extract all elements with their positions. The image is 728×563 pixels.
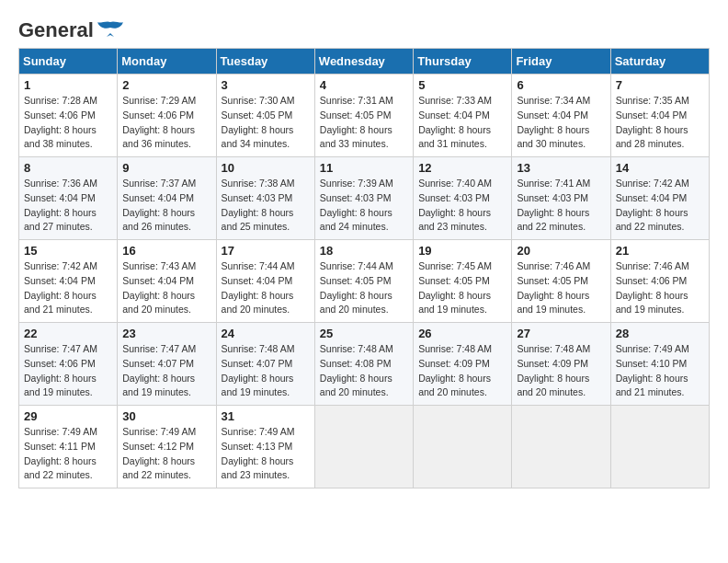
day-number: 12 (418, 161, 506, 175)
logo: General (18, 18, 123, 39)
calendar-cell: 11 Sunrise: 7:39 AM Sunset: 4:03 PM Dayl… (314, 157, 413, 240)
calendar-cell: 16 Sunrise: 7:43 AM Sunset: 4:04 PM Dayl… (118, 240, 216, 323)
calendar-cell: 27 Sunrise: 7:48 AM Sunset: 4:09 PM Dayl… (512, 323, 610, 406)
day-info: Sunrise: 7:37 AM Sunset: 4:04 PM Dayligh… (122, 178, 196, 232)
calendar-cell: 10 Sunrise: 7:38 AM Sunset: 4:03 PM Dayl… (216, 157, 314, 240)
logo-general: General (18, 18, 94, 42)
weekday-header-saturday: Saturday (610, 49, 709, 75)
day-info: Sunrise: 7:48 AM Sunset: 4:08 PM Dayligh… (320, 343, 393, 397)
calendar-cell: 19 Sunrise: 7:45 AM Sunset: 4:05 PM Dayl… (414, 240, 512, 323)
day-info: Sunrise: 7:40 AM Sunset: 4:03 PM Dayligh… (418, 178, 492, 232)
calendar-cell: 12 Sunrise: 7:40 AM Sunset: 4:03 PM Dayl… (414, 157, 512, 240)
day-number: 3 (222, 78, 310, 92)
calendar-cell: 6 Sunrise: 7:34 AM Sunset: 4:04 PM Dayli… (512, 75, 610, 157)
day-number: 21 (616, 244, 704, 258)
day-info: Sunrise: 7:30 AM Sunset: 4:05 PM Dayligh… (222, 95, 295, 149)
day-number: 18 (320, 244, 408, 258)
weekday-header-sunday: Sunday (19, 49, 118, 75)
day-number: 11 (320, 161, 408, 175)
day-info: Sunrise: 7:43 AM Sunset: 4:04 PM Dayligh… (122, 260, 196, 315)
day-number: 22 (24, 327, 112, 340)
calendar-cell: 13 Sunrise: 7:41 AM Sunset: 4:03 PM Dayl… (512, 157, 610, 240)
day-number: 19 (418, 244, 506, 258)
day-number: 30 (122, 409, 210, 423)
weekday-header-row: SundayMondayTuesdayWednesdayThursdayFrid… (19, 49, 710, 75)
day-number: 5 (418, 78, 506, 92)
day-number: 27 (517, 327, 605, 340)
calendar-week-1: 1 Sunrise: 7:28 AM Sunset: 4:06 PM Dayli… (19, 75, 710, 157)
calendar-cell (414, 406, 512, 488)
calendar-cell: 1 Sunrise: 7:28 AM Sunset: 4:06 PM Dayli… (19, 75, 118, 157)
calendar-cell (512, 406, 610, 488)
day-number: 6 (517, 78, 605, 92)
calendar-table: SundayMondayTuesdayWednesdayThursdayFrid… (18, 48, 710, 488)
day-info: Sunrise: 7:38 AM Sunset: 4:03 PM Dayligh… (222, 178, 295, 232)
day-number: 14 (616, 161, 704, 175)
day-info: Sunrise: 7:47 AM Sunset: 4:06 PM Dayligh… (24, 343, 97, 397)
weekday-header-thursday: Thursday (414, 49, 512, 75)
day-info: Sunrise: 7:35 AM Sunset: 4:04 PM Dayligh… (616, 95, 689, 149)
day-info: Sunrise: 7:48 AM Sunset: 4:09 PM Dayligh… (418, 343, 492, 397)
calendar-cell: 31 Sunrise: 7:49 AM Sunset: 4:13 PM Dayl… (216, 406, 314, 488)
calendar-cell: 22 Sunrise: 7:47 AM Sunset: 4:06 PM Dayl… (19, 323, 118, 406)
day-number: 10 (222, 161, 310, 175)
day-info: Sunrise: 7:28 AM Sunset: 4:06 PM Dayligh… (24, 95, 97, 149)
day-number: 9 (122, 161, 210, 175)
day-number: 28 (616, 327, 704, 340)
day-number: 8 (24, 161, 112, 175)
day-info: Sunrise: 7:48 AM Sunset: 4:07 PM Dayligh… (222, 343, 295, 397)
day-number: 1 (24, 78, 112, 92)
day-info: Sunrise: 7:31 AM Sunset: 4:05 PM Dayligh… (320, 95, 393, 149)
day-info: Sunrise: 7:45 AM Sunset: 4:05 PM Dayligh… (418, 260, 492, 315)
calendar-cell: 9 Sunrise: 7:37 AM Sunset: 4:04 PM Dayli… (118, 157, 216, 240)
day-info: Sunrise: 7:49 AM Sunset: 4:11 PM Dayligh… (24, 426, 97, 480)
calendar-week-4: 22 Sunrise: 7:47 AM Sunset: 4:06 PM Dayl… (19, 323, 710, 406)
calendar-cell: 21 Sunrise: 7:46 AM Sunset: 4:06 PM Dayl… (610, 240, 709, 323)
calendar-cell: 18 Sunrise: 7:44 AM Sunset: 4:05 PM Dayl… (314, 240, 413, 323)
calendar-cell: 20 Sunrise: 7:46 AM Sunset: 4:05 PM Dayl… (512, 240, 610, 323)
day-info: Sunrise: 7:34 AM Sunset: 4:04 PM Dayligh… (517, 95, 590, 149)
day-number: 15 (24, 244, 112, 258)
calendar-week-2: 8 Sunrise: 7:36 AM Sunset: 4:04 PM Dayli… (19, 157, 710, 240)
calendar-week-5: 29 Sunrise: 7:49 AM Sunset: 4:11 PM Dayl… (19, 406, 710, 488)
day-info: Sunrise: 7:44 AM Sunset: 4:04 PM Dayligh… (222, 260, 295, 315)
calendar-week-3: 15 Sunrise: 7:42 AM Sunset: 4:04 PM Dayl… (19, 240, 710, 323)
weekday-header-friday: Friday (512, 49, 610, 75)
day-info: Sunrise: 7:49 AM Sunset: 4:13 PM Dayligh… (222, 426, 295, 480)
calendar-cell: 26 Sunrise: 7:48 AM Sunset: 4:09 PM Dayl… (414, 323, 512, 406)
calendar-cell: 8 Sunrise: 7:36 AM Sunset: 4:04 PM Dayli… (19, 157, 118, 240)
day-number: 26 (418, 327, 506, 340)
day-number: 23 (122, 327, 210, 340)
calendar-cell: 2 Sunrise: 7:29 AM Sunset: 4:06 PM Dayli… (118, 75, 216, 157)
calendar-cell: 30 Sunrise: 7:49 AM Sunset: 4:12 PM Dayl… (118, 406, 216, 488)
day-info: Sunrise: 7:44 AM Sunset: 4:05 PM Dayligh… (320, 260, 393, 315)
day-info: Sunrise: 7:49 AM Sunset: 4:10 PM Dayligh… (616, 343, 689, 397)
day-number: 2 (122, 78, 210, 92)
calendar-cell: 3 Sunrise: 7:30 AM Sunset: 4:05 PM Dayli… (216, 75, 314, 157)
calendar-cell: 23 Sunrise: 7:47 AM Sunset: 4:07 PM Dayl… (118, 323, 216, 406)
calendar-cell: 17 Sunrise: 7:44 AM Sunset: 4:04 PM Dayl… (216, 240, 314, 323)
logo-bird-icon (97, 20, 123, 40)
calendar-cell: 24 Sunrise: 7:48 AM Sunset: 4:07 PM Dayl… (216, 323, 314, 406)
page-header: General (18, 18, 710, 39)
day-info: Sunrise: 7:42 AM Sunset: 4:04 PM Dayligh… (616, 178, 689, 232)
weekday-header-monday: Monday (118, 49, 216, 75)
day-info: Sunrise: 7:46 AM Sunset: 4:06 PM Dayligh… (616, 260, 689, 315)
calendar-cell: 14 Sunrise: 7:42 AM Sunset: 4:04 PM Dayl… (610, 157, 709, 240)
weekday-header-tuesday: Tuesday (216, 49, 314, 75)
day-number: 29 (24, 409, 112, 423)
day-info: Sunrise: 7:33 AM Sunset: 4:04 PM Dayligh… (418, 95, 492, 149)
day-number: 17 (222, 244, 310, 258)
calendar-body: 1 Sunrise: 7:28 AM Sunset: 4:06 PM Dayli… (19, 75, 710, 488)
calendar-cell: 15 Sunrise: 7:42 AM Sunset: 4:04 PM Dayl… (19, 240, 118, 323)
calendar-cell: 28 Sunrise: 7:49 AM Sunset: 4:10 PM Dayl… (610, 323, 709, 406)
day-info: Sunrise: 7:29 AM Sunset: 4:06 PM Dayligh… (122, 95, 196, 149)
day-info: Sunrise: 7:49 AM Sunset: 4:12 PM Dayligh… (122, 426, 196, 480)
calendar-cell: 4 Sunrise: 7:31 AM Sunset: 4:05 PM Dayli… (314, 75, 413, 157)
calendar-cell (314, 406, 413, 488)
day-info: Sunrise: 7:48 AM Sunset: 4:09 PM Dayligh… (517, 343, 590, 397)
weekday-header-wednesday: Wednesday (314, 49, 413, 75)
day-number: 13 (517, 161, 605, 175)
day-info: Sunrise: 7:42 AM Sunset: 4:04 PM Dayligh… (24, 260, 97, 315)
day-info: Sunrise: 7:46 AM Sunset: 4:05 PM Dayligh… (517, 260, 590, 315)
